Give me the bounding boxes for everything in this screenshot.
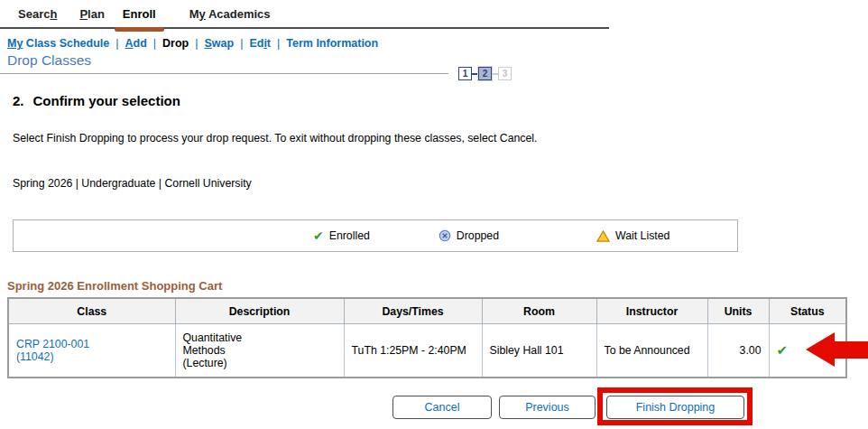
status-legend-box: ✔ Enrolled Dropped Wait Listed xyxy=(13,219,738,252)
cell-status: ✔ xyxy=(769,324,846,378)
term-context-line: Spring 2026 | Undergraduate | Cornell Un… xyxy=(13,177,252,190)
col-header-room: Room xyxy=(482,298,596,324)
subnav-swap[interactable]: Swap xyxy=(204,37,234,50)
subnav-label: Ed xyxy=(249,37,263,50)
table-row: CRP 2100-001 (11042) Quantitative Method… xyxy=(8,324,846,378)
top-tab-bar: Search Plan Enroll My Academics xyxy=(0,0,609,29)
subnav-label: Class Schedule xyxy=(23,37,109,50)
subnav-label-accesskey: My xyxy=(7,37,23,50)
legend-label: Dropped xyxy=(457,229,499,242)
subnav-label: Term Information xyxy=(286,37,378,50)
subnav-label: t xyxy=(267,37,271,50)
step-connector xyxy=(472,73,478,75)
shopping-cart-title: Spring 2026 Enrollment Shopping Cart xyxy=(7,279,222,293)
col-header-description: Description xyxy=(175,298,344,324)
col-header-units: Units xyxy=(707,298,769,324)
col-header-days-times: Days/Times xyxy=(344,298,482,324)
col-header-status: Status xyxy=(769,298,846,324)
tab-label: M xyxy=(189,7,199,21)
legend-dropped: Dropped xyxy=(439,229,499,242)
step-2-box-active: 2 xyxy=(478,67,492,80)
instructions-text: Select Finish Dropping to process your d… xyxy=(13,132,537,145)
previous-button[interactable]: Previous xyxy=(499,396,596,419)
subnav-edit[interactable]: Edit xyxy=(249,37,271,50)
shopping-cart-table: Class Description Days/Times Room Instru… xyxy=(7,297,847,378)
drop-classes-page: Search Plan Enroll My Academics My Class… xyxy=(0,0,868,429)
col-header-instructor: Instructor xyxy=(596,298,707,324)
section-number: 2. xyxy=(13,93,24,108)
dropped-circle-x-icon xyxy=(439,229,451,242)
enrolled-check-icon: ✔ xyxy=(777,342,789,358)
col-header-class: Class xyxy=(8,298,175,324)
cell-room: Sibley Hall 101 xyxy=(482,324,596,378)
tab-label-accesskey: h xyxy=(50,7,57,21)
enroll-subnav: My Class Schedule | Add | Drop | Swap | … xyxy=(7,37,378,50)
tab-label: Searc xyxy=(18,7,50,21)
step-1-box: 1 xyxy=(458,67,472,80)
waitlist-warning-triangle-icon xyxy=(596,230,610,242)
cell-class: CRP 2100-001 (11042) xyxy=(8,324,175,378)
active-tab-underline xyxy=(115,27,164,32)
tab-plan[interactable]: Plan xyxy=(79,7,104,21)
enrolled-check-icon: ✔ xyxy=(313,229,324,242)
subnav-label-accesskey: S xyxy=(204,37,211,50)
legend-label: Enrolled xyxy=(329,229,370,242)
finish-dropping-button[interactable]: Finish Dropping xyxy=(606,396,744,419)
step-3-box: 3 xyxy=(498,67,512,80)
cell-description: Quantitative Methods (Lecture) xyxy=(175,324,344,378)
section-heading: 2.Confirm your selection xyxy=(13,93,180,108)
subnav-label-accesskey: A xyxy=(125,37,134,50)
subnav-drop-current: Drop xyxy=(162,37,189,50)
cell-days-times: TuTh 1:25PM - 2:40PM xyxy=(344,324,482,378)
subnav-separator: | xyxy=(277,37,280,50)
class-link[interactable]: CRP 2100-001 (11042) xyxy=(16,338,89,363)
subnav-separator: | xyxy=(195,37,198,50)
tab-search[interactable]: Search xyxy=(18,7,57,21)
cancel-button[interactable]: Cancel xyxy=(392,396,492,419)
step-connector xyxy=(492,73,498,75)
tab-label: lan xyxy=(88,7,105,21)
subnav-add[interactable]: Add xyxy=(125,37,147,50)
page-title: Drop Classes xyxy=(7,52,91,69)
subnav-term-information[interactable]: Term Information xyxy=(286,37,378,50)
tab-label-accesskey: y xyxy=(199,7,206,21)
table-header-row: Class Description Days/Times Room Instru… xyxy=(8,298,846,324)
cell-units: 3.00 xyxy=(707,324,769,378)
step-indicator: 1 2 3 xyxy=(458,67,512,80)
subnav-separator: | xyxy=(240,37,243,50)
subnav-label: wap xyxy=(212,37,234,50)
subnav-label: dd xyxy=(134,37,147,50)
title-divider xyxy=(0,73,448,74)
legend-label: Wait Listed xyxy=(615,229,669,242)
legend-wait-listed: Wait Listed xyxy=(596,229,669,242)
section-title: Confirm your selection xyxy=(33,93,180,108)
legend-enrolled: ✔ Enrolled xyxy=(313,229,370,242)
tab-label: Academics xyxy=(206,7,271,21)
subnav-separator: | xyxy=(153,37,156,50)
tab-label-accesskey: P xyxy=(79,7,88,21)
subnav-separator: | xyxy=(115,37,118,50)
tab-my-academics[interactable]: My Academics xyxy=(189,7,271,21)
cell-instructor: To be Announced xyxy=(596,324,707,378)
tab-enroll[interactable]: Enroll xyxy=(123,7,156,21)
subnav-my-class-schedule[interactable]: My Class Schedule xyxy=(7,37,109,50)
tab-label: Enroll xyxy=(123,7,156,21)
